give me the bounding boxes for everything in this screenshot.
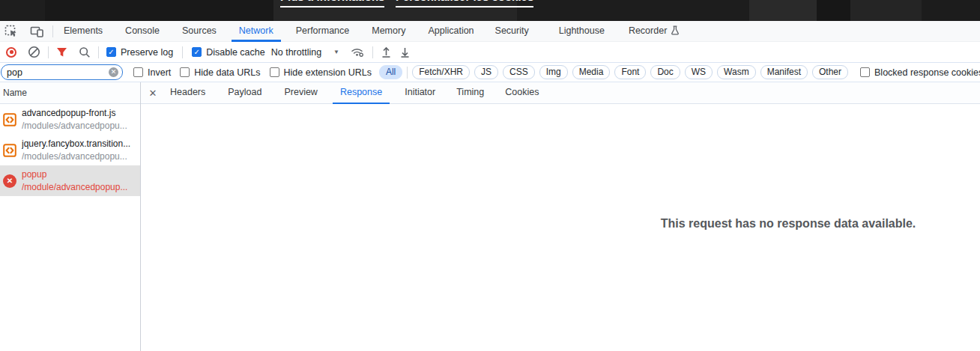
tab-security[interactable]: Security [488, 21, 536, 42]
filter-pill-ws[interactable]: WS [685, 65, 713, 79]
tab-performance[interactable]: Performance [288, 21, 357, 42]
cookie-more-info-label: Plus d'informations [280, 0, 384, 7]
request-row-advancedpopup-front[interactable]: advancedpopup-front.js /modules/advanced… [0, 104, 140, 135]
clear-filter-icon[interactable]: ✕ [109, 67, 118, 77]
toolbar-divider [48, 46, 49, 58]
export-har-icon[interactable] [399, 46, 411, 58]
webpage-band [517, 0, 749, 21]
filter-pill-fetch-xhr[interactable]: Fetch/XHR [412, 65, 470, 79]
invert-checkbox[interactable] [133, 67, 143, 77]
request-name: advancedpopup-front.js [22, 107, 127, 120]
js-file-icon [3, 113, 16, 126]
detail-tab-preview[interactable]: Preview [276, 82, 324, 104]
filter-input[interactable]: pop ✕ [1, 64, 123, 80]
webpage-band [817, 0, 850, 21]
cookie-more-info-link[interactable]: Plus d'informations [280, 0, 384, 21]
hide-data-urls-checkbox[interactable] [180, 67, 190, 77]
filter-funnel-icon[interactable] [56, 47, 67, 58]
hide-extension-urls-label[interactable]: Hide extension URLs [284, 67, 372, 78]
device-toolbar-icon[interactable] [27, 22, 46, 41]
request-detail-tabbar: ✕ Headers Payload Preview Response Initi… [141, 82, 980, 104]
tab-application[interactable]: Application [420, 21, 481, 42]
chevron-down-icon[interactable]: ▼ [333, 49, 339, 55]
detail-tab-cookies[interactable]: Cookies [497, 82, 546, 104]
webpage-background: Plus d'informations Personnaliser les co… [0, 0, 980, 21]
request-path: /modules/advancedpopu... [22, 150, 130, 163]
checkmark-icon: ✓ [193, 49, 199, 56]
js-file-icon [3, 144, 16, 157]
filter-pill-media[interactable]: Media [572, 65, 611, 79]
request-name: jquery.fancybox.transition... [22, 138, 130, 150]
webpage-band [749, 0, 817, 21]
throttling-select[interactable]: No throttling [271, 47, 321, 58]
cookie-personalize-link[interactable]: Personnaliser les cookies [396, 0, 533, 21]
filter-pill-css[interactable]: CSS [503, 65, 535, 79]
network-conditions-icon[interactable] [351, 46, 365, 58]
webpage-band [850, 0, 922, 21]
filter-pill-wasm[interactable]: Wasm [717, 65, 756, 79]
request-path: /module/advancedpopup... [22, 181, 127, 194]
blocked-response-cookies-checkbox[interactable] [860, 67, 870, 77]
tab-recorder[interactable]: Recorder [621, 21, 687, 42]
detail-tab-headers[interactable]: Headers [163, 82, 213, 104]
hide-data-urls-label[interactable]: Hide data URLs [194, 67, 260, 78]
tab-elements[interactable]: Elements [56, 21, 110, 42]
toolbar-divider [372, 46, 373, 58]
filter-pill-other[interactable]: Other [812, 65, 848, 79]
request-row-popup-selected[interactable]: ✕ popup /module/advancedpopup... [0, 165, 140, 196]
network-toolbar: ✓ Preserve log ✓ Disable cache No thrott… [0, 42, 980, 63]
toolbar-divider [182, 46, 183, 58]
clear-network-log-icon[interactable] [28, 46, 40, 58]
request-list-panel: Name advancedpopup-front.js /modules/adv… [0, 82, 141, 351]
filter-pill-font[interactable]: Font [614, 65, 646, 79]
tab-lighthouse[interactable]: Lighthouse [551, 21, 612, 42]
filter-pill-js[interactable]: JS [474, 65, 498, 79]
import-har-icon[interactable] [381, 46, 392, 58]
request-failed-icon: ✕ [3, 174, 16, 188]
preserve-log-label[interactable]: Preserve log [121, 47, 173, 58]
tab-network[interactable]: Network [232, 21, 281, 42]
hide-extension-urls-checkbox[interactable] [270, 67, 279, 77]
search-icon[interactable] [79, 46, 91, 58]
disable-cache-checkbox[interactable]: ✓ [192, 47, 202, 57]
detail-tab-timing[interactable]: Timing [449, 82, 491, 104]
tabbar-divider [52, 25, 53, 37]
filter-pill-manifest[interactable]: Manifest [760, 65, 808, 79]
request-detail-panel: ✕ Headers Payload Preview Response Initi… [141, 82, 980, 351]
record-network-log-icon[interactable] [6, 47, 16, 58]
tab-sources[interactable]: Sources [175, 21, 224, 42]
filter-pill-img[interactable]: Img [539, 65, 568, 79]
webpage-band [0, 0, 45, 21]
tab-console[interactable]: Console [118, 21, 167, 42]
network-filter-bar: pop ✕ Invert Hide data URLs Hide extensi… [0, 63, 980, 82]
detail-tab-response[interactable]: Response [333, 82, 390, 104]
webpage-band [45, 0, 273, 21]
toolbar-divider [98, 46, 99, 58]
request-name: popup [22, 168, 127, 181]
filter-pill-doc[interactable]: Doc [650, 65, 680, 79]
no-response-data-message: This request has no response data availa… [141, 217, 980, 231]
tab-memory[interactable]: Memory [364, 21, 413, 42]
request-path: /modules/advancedpopu... [22, 120, 127, 132]
name-column-header[interactable]: Name [0, 82, 140, 104]
invert-label[interactable]: Invert [148, 67, 171, 78]
recorder-flask-icon [671, 27, 680, 37]
checkmark-icon: ✓ [108, 49, 114, 56]
close-icon[interactable]: ✕ [143, 82, 163, 104]
preserve-log-checkbox[interactable]: ✓ [106, 47, 116, 57]
blocked-response-cookies-label[interactable]: Blocked response cookies [874, 67, 980, 78]
detail-tab-payload[interactable]: Payload [220, 82, 269, 104]
cookie-personalize-label: Personnaliser les cookies [396, 0, 533, 7]
disable-cache-label[interactable]: Disable cache [206, 47, 265, 58]
network-panel-body: Name advancedpopup-front.js /modules/adv… [0, 82, 980, 351]
filter-input-value: pop [7, 67, 109, 78]
pill-divider [407, 67, 408, 79]
filter-pill-all[interactable]: All [379, 65, 402, 79]
detail-tab-initiator[interactable]: Initiator [397, 82, 443, 104]
inspect-element-icon[interactable] [1, 22, 21, 41]
devtools-tabbar: Elements Console Sources Network Perform… [0, 21, 980, 42]
webpage-band [922, 0, 980, 21]
request-row-fancybox-transition[interactable]: jquery.fancybox.transition... /modules/a… [0, 135, 140, 165]
